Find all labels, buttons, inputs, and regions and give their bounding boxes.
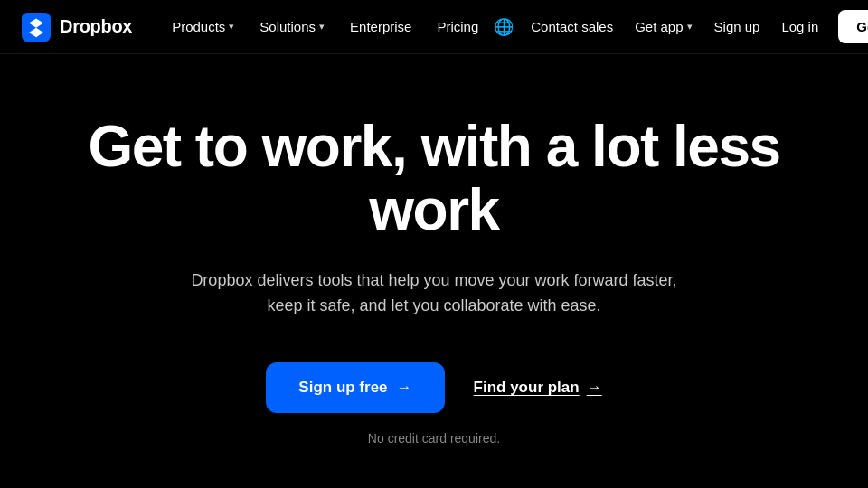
get-app-chevron-icon: ▾: [687, 21, 693, 33]
get-started-button[interactable]: Get started: [838, 10, 868, 43]
nav-contact-sales[interactable]: Contact sales: [522, 14, 622, 40]
solutions-chevron-icon: ▾: [319, 21, 325, 33]
navbar: Dropbox Products ▾ Solutions ▾ Enterpris…: [0, 0, 868, 54]
nav-links-right: 🌐 Contact sales Get app ▾ Sign up Log in…: [489, 10, 868, 43]
nav-log-in[interactable]: Log in: [772, 14, 827, 40]
nav-get-app[interactable]: Get app ▾: [626, 14, 701, 40]
find-your-plan-button[interactable]: Find your plan →: [474, 379, 602, 397]
nav-pricing[interactable]: Pricing: [426, 14, 489, 40]
signup-arrow-icon: →: [397, 379, 412, 397]
no-credit-card-notice: No credit card required.: [368, 431, 500, 446]
brand-logo[interactable]: Dropbox: [22, 13, 132, 42]
signup-free-button[interactable]: Sign up free →: [266, 362, 444, 413]
nav-links-left: Products ▾ Solutions ▾ Enterprise Pricin…: [161, 14, 489, 40]
products-chevron-icon: ▾: [229, 21, 234, 33]
nav-solutions[interactable]: Solutions ▾: [249, 14, 335, 40]
nav-products[interactable]: Products ▾: [161, 14, 245, 40]
nav-sign-up[interactable]: Sign up: [705, 14, 769, 40]
brand-name: Dropbox: [60, 16, 132, 37]
find-plan-arrow-icon: →: [587, 379, 602, 397]
hero-buttons: Sign up free → Find your plan →: [266, 362, 601, 413]
nav-enterprise[interactable]: Enterprise: [339, 14, 422, 40]
language-globe-icon[interactable]: 🌐: [489, 13, 518, 42]
hero-title: Get to work, with a lot less work: [72, 115, 796, 242]
dropbox-logo-icon: [22, 13, 51, 42]
hero-subtitle: Dropbox delivers tools that help you mov…: [181, 267, 687, 320]
hero-section: Get to work, with a lot less work Dropbo…: [0, 54, 868, 488]
